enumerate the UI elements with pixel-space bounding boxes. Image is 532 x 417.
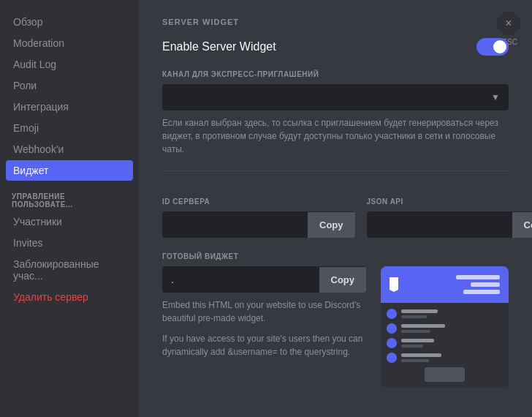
sidebar-item-label-emoji: Emoji — [13, 122, 39, 134]
widget-user-row-0 — [387, 309, 503, 319]
widget-avatar-3 — [387, 353, 397, 363]
widget-user-row-2 — [387, 338, 503, 348]
widget-join-button — [425, 367, 465, 382]
enable-server-widget-row: Enable Server Widget — [162, 38, 509, 56]
widget-user-row-3 — [387, 353, 503, 363]
widget-preview — [381, 266, 509, 388]
page-title: SERVER WIDGET — [162, 18, 509, 26]
sidebar-item-invites[interactable]: Invites — [6, 233, 133, 253]
sidebar-item-label-invites: Invites — [13, 237, 42, 249]
widget-line-2 — [471, 282, 500, 287]
id-server-copy-button[interactable]: Copy — [308, 212, 355, 238]
sidebar-item-zablokirovannye[interactable]: Заблокированные учас... — [6, 254, 133, 286]
widget-preview-body — [381, 303, 509, 388]
divider-1 — [162, 170, 509, 171]
id-server-input[interactable] — [162, 211, 308, 238]
widget-input[interactable] — [162, 266, 319, 293]
embed-hint-2: If you have access to your site's users … — [162, 332, 366, 358]
sidebar-item-label-obzor: Обзор — [13, 16, 42, 28]
widget-line-3 — [463, 290, 500, 294]
widget-user-name-bar-0 — [401, 309, 438, 313]
sidebar-item-obzor[interactable]: Обзор — [6, 12, 133, 32]
sidebar-item-label-vidget: Виджет — [13, 165, 48, 176]
widget-user-status-bar-3 — [401, 359, 429, 362]
widget-user-name-bar-1 — [401, 324, 445, 328]
widget-copy-button[interactable]: Copy — [319, 267, 367, 293]
sidebar-item-vidget[interactable]: Виджет — [6, 160, 133, 181]
main-content: × ESC SERVER WIDGET Enable Server Widget… — [139, 0, 532, 417]
widget-section: Copy Embed this HTML on your website to … — [162, 266, 509, 388]
sidebar-item-webhook[interactable]: Webhook'и — [6, 139, 133, 159]
sidebar-item-delete[interactable]: Удалить сервер — [6, 287, 133, 307]
sidebar-item-label-roli: Роли — [13, 80, 37, 91]
channel-select[interactable] — [162, 84, 509, 110]
sidebar-item-label-audit-log: Audit Log — [13, 59, 56, 70]
channel-hint: Если канал выбран здесь, то ссылка с при… — [162, 116, 509, 156]
widget-user-info-3 — [401, 353, 503, 362]
widget-avatar-0 — [387, 309, 397, 319]
json-api-input-row: Copy — [367, 211, 533, 238]
embed-hint-1: Embed this HTML on your website to use D… — [162, 298, 366, 325]
widget-line-1 — [456, 275, 500, 279]
widget-user-info-0 — [401, 309, 503, 318]
sidebar-item-label-uchastniki: Участники — [13, 216, 62, 228]
json-api-copy-button[interactable]: Copy — [512, 212, 533, 238]
close-icon: × — [505, 17, 512, 30]
widget-left: Copy Embed this HTML on your website to … — [162, 266, 366, 358]
sidebar-item-audit-log[interactable]: Audit Log — [6, 54, 133, 75]
widget-user-status-bar-0 — [401, 315, 427, 318]
sidebar-section-users: УПРАВЛЕНИЕ ПОЛЬЗОВАТЕ... — [6, 187, 133, 211]
channel-field-label: КАНАЛ ДЛЯ ЭКСПРЕСС-ПРИГЛАШЕНИЙ — [162, 70, 509, 78]
enable-label: Enable Server Widget — [162, 40, 276, 53]
widget-avatar-2 — [387, 338, 397, 348]
channel-select-wrapper: ▼ — [162, 84, 509, 110]
widget-user-status-bar-2 — [401, 345, 423, 348]
id-server-label: ID СЕРВЕРА — [162, 198, 355, 206]
sidebar-item-label-webhook: Webhook'и — [13, 143, 64, 155]
sidebar: ОбзорModerationAudit LogРолиИнтеграцияEm… — [0, 0, 139, 417]
widget-field-label: ГОТОВЫЙ ВИДЖЕТ — [162, 252, 509, 260]
id-json-row: ID СЕРВЕРА Copy JSON API Copy — [162, 186, 509, 238]
widget-preview-header — [381, 266, 509, 303]
sidebar-item-emoji[interactable]: Emoji — [6, 118, 133, 138]
sidebar-item-integratsiya[interactable]: Интеграция — [6, 97, 133, 117]
sidebar-item-moderation[interactable]: Moderation — [6, 33, 133, 53]
widget-input-row: Copy — [162, 266, 366, 293]
json-api-input[interactable] — [367, 211, 512, 238]
widget-user-status-bar-1 — [401, 330, 430, 333]
sidebar-item-roli[interactable]: Роли — [6, 75, 133, 96]
widget-user-row-1 — [387, 323, 503, 334]
json-api-label: JSON API — [367, 198, 533, 206]
widget-header-lines — [456, 275, 500, 294]
widget-user-info-1 — [401, 324, 503, 333]
close-button[interactable]: × — [497, 12, 520, 35]
bookmark-icon — [390, 277, 398, 292]
sidebar-item-delete-label: Удалить сервер — [13, 291, 88, 303]
sidebar-item-label-integratsiya: Интеграция — [13, 101, 69, 113]
id-server-col: ID СЕРВЕРА Copy — [162, 186, 355, 238]
json-api-col: JSON API Copy — [367, 186, 533, 238]
sidebar-item-label-moderation: Moderation — [13, 37, 64, 49]
id-server-input-row: Copy — [162, 211, 355, 238]
enable-widget-toggle[interactable] — [476, 38, 509, 56]
sidebar-item-label-zablokirovannye: Заблокированные учас... — [13, 258, 126, 282]
sidebar-item-uchastniki[interactable]: Участники — [6, 211, 133, 232]
widget-user-name-bar-2 — [401, 339, 434, 342]
widget-user-name-bar-3 — [401, 353, 441, 357]
widget-avatar-1 — [387, 323, 397, 334]
widget-user-info-2 — [401, 339, 503, 348]
